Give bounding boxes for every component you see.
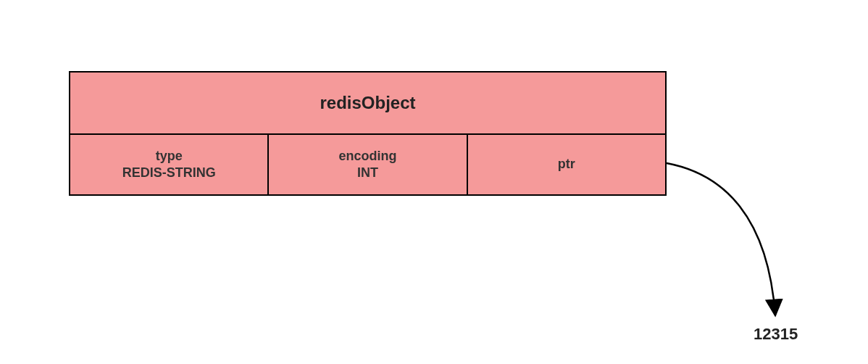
struct-fields-row: type REDIS-STRING encoding INT ptr	[69, 135, 667, 196]
field-ptr: ptr	[468, 135, 667, 196]
field-encoding-value: INT	[357, 165, 378, 181]
field-encoding: encoding INT	[269, 135, 467, 196]
struct-title: redisObject	[69, 71, 667, 135]
field-type: type REDIS-STRING	[69, 135, 269, 196]
field-type-label: type	[156, 148, 183, 165]
field-ptr-label: ptr	[558, 156, 575, 173]
field-type-value: REDIS-STRING	[122, 165, 216, 181]
pointer-target-value: 12315	[754, 325, 798, 344]
field-encoding-label: encoding	[338, 148, 396, 165]
redis-object-struct: redisObject type REDIS-STRING encoding I…	[69, 71, 667, 196]
